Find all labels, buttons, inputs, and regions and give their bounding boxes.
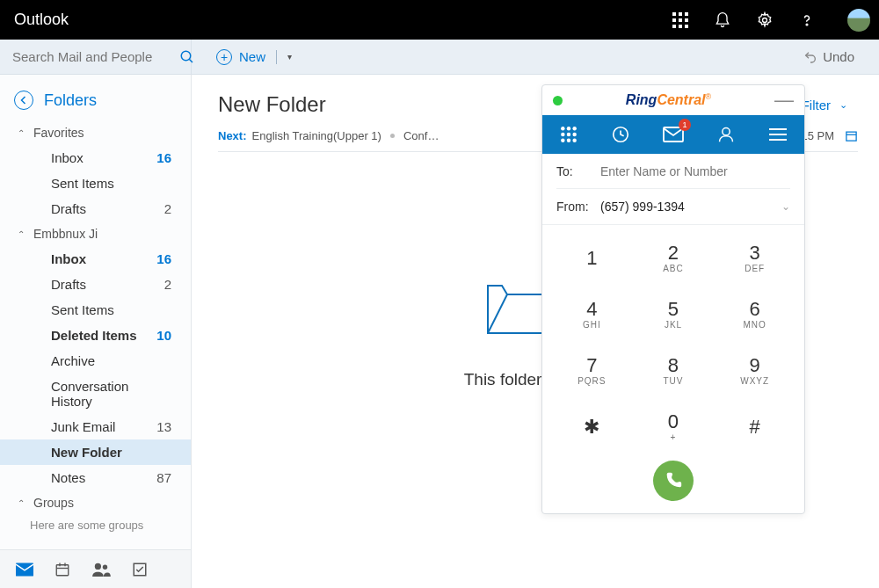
svg-rect-0 xyxy=(672,12,676,16)
next-event: English Training(Upper 1) xyxy=(252,129,381,142)
folder-item[interactable]: Drafts2 xyxy=(0,196,191,221)
key-letters: DEF xyxy=(745,264,765,273)
folder-item[interactable]: Notes87 xyxy=(0,465,191,490)
contacts-tab-icon[interactable] xyxy=(708,117,744,152)
svg-rect-6 xyxy=(672,25,676,28)
messages-tab-icon[interactable]: 1 xyxy=(656,117,691,152)
dialpad-key[interactable]: 5JKL xyxy=(633,290,715,338)
folder-item[interactable]: Deleted Items10 xyxy=(0,323,191,348)
rc-from-row[interactable]: From: (657) 999-1394 ⌄ xyxy=(556,189,790,224)
settings-icon[interactable] xyxy=(754,10,775,31)
tasks-icon[interactable] xyxy=(132,562,148,577)
svg-rect-1 xyxy=(679,12,682,16)
minimize-icon[interactable]: — xyxy=(774,96,794,105)
folder-item[interactable]: Drafts2 xyxy=(0,272,191,297)
dialpad-key[interactable]: 7PQRS xyxy=(551,346,633,394)
chevron-down-icon[interactable]: ▾ xyxy=(287,52,292,62)
history-tab-icon[interactable] xyxy=(603,117,638,152)
chevron-down-icon[interactable]: ⌄ xyxy=(781,200,790,213)
dialpad-key[interactable]: 2ABC xyxy=(633,234,715,281)
mailbox-label: Embbnux Ji xyxy=(33,227,98,241)
notifications-icon[interactable] xyxy=(712,10,733,31)
folder-count: 16 xyxy=(156,251,171,266)
folder-item[interactable]: Sent Items xyxy=(0,171,191,196)
caret-icon: ⌃ xyxy=(18,498,26,508)
app-launcher-icon[interactable] xyxy=(670,10,691,31)
folders-header[interactable]: Folders xyxy=(0,87,191,120)
folder-label: Inbox xyxy=(51,251,86,266)
folder-count: 87 xyxy=(156,470,171,485)
svg-point-31 xyxy=(572,138,576,142)
groups-section[interactable]: ⌃ Groups xyxy=(0,490,191,515)
svg-point-25 xyxy=(572,127,576,130)
key-letters: JKL xyxy=(665,320,682,330)
dialpad-tab-icon[interactable] xyxy=(551,117,586,152)
people-icon[interactable] xyxy=(91,562,111,577)
dialpad-key[interactable]: 3DEF xyxy=(714,234,795,281)
chevron-down-icon: ⌄ xyxy=(839,99,847,111)
mail-icon[interactable] xyxy=(16,563,33,577)
filter-button[interactable]: Filter ⌄ xyxy=(802,98,847,113)
svg-point-11 xyxy=(181,51,191,61)
dialpad-key[interactable]: # xyxy=(714,403,795,450)
svg-rect-3 xyxy=(672,18,676,22)
dialpad-key[interactable]: 9WXYZ xyxy=(714,346,795,394)
dialpad-key[interactable]: 8TUV xyxy=(633,346,715,394)
back-icon[interactable] xyxy=(14,91,33,110)
calendar-small-icon[interactable] xyxy=(845,129,858,142)
key-letters: GHI xyxy=(583,320,601,330)
folder-label: New Folder xyxy=(51,445,122,460)
command-bar: + New ▾ Undo xyxy=(0,40,879,75)
groups-note: Here are some groups xyxy=(0,515,191,535)
rc-to-row[interactable]: To: xyxy=(556,154,790,189)
folder-label: Archive xyxy=(51,353,95,368)
dialpad-key[interactable]: 0+ xyxy=(633,403,715,450)
folder-item[interactable]: New Folder xyxy=(0,439,191,465)
key-digit: 0 xyxy=(668,410,679,433)
new-label: New xyxy=(239,49,265,64)
key-letters: + xyxy=(671,432,677,442)
folder-count: 10 xyxy=(156,328,171,343)
favorites-section[interactable]: ⌃ Favorites xyxy=(0,120,191,145)
ringcentral-widget[interactable]: RingCentral® — 1 To: From: (657) 999-139… xyxy=(541,84,805,514)
messages-badge: 1 xyxy=(679,119,691,131)
key-digit: 6 xyxy=(750,298,760,321)
key-digit: 7 xyxy=(586,354,597,377)
calendar-icon[interactable] xyxy=(54,562,70,577)
dialpad-key[interactable]: ✱ xyxy=(551,403,633,450)
dialpad-key[interactable]: 1 xyxy=(551,234,633,281)
undo-button[interactable]: Undo xyxy=(803,49,854,64)
svg-rect-8 xyxy=(685,25,688,28)
folder-item[interactable]: Sent Items xyxy=(0,297,191,323)
svg-point-28 xyxy=(572,133,576,136)
folder-item[interactable]: Junk Email13 xyxy=(0,414,191,439)
call-button[interactable] xyxy=(653,461,694,501)
next-location: Conf… xyxy=(403,129,439,142)
to-input[interactable] xyxy=(600,164,790,178)
dot-separator xyxy=(390,134,395,138)
folder-item[interactable]: Conversation History xyxy=(0,374,191,414)
new-button[interactable]: + New ▾ xyxy=(216,49,292,65)
svg-point-27 xyxy=(567,133,570,136)
undo-label: Undo xyxy=(823,49,854,64)
svg-point-23 xyxy=(561,127,564,130)
key-digit: 3 xyxy=(750,242,760,265)
menu-icon[interactable] xyxy=(760,117,795,152)
favorites-label: Favorites xyxy=(33,126,84,140)
search-box[interactable] xyxy=(0,40,192,75)
user-avatar[interactable] xyxy=(847,9,870,32)
dialpad: 12ABC3DEF4GHI5JKL6MNO7PQRS8TUV9WXYZ✱0+# xyxy=(542,225,804,454)
dialpad-key[interactable]: 6MNO xyxy=(714,290,795,338)
folder-item[interactable]: Archive xyxy=(0,348,191,374)
folder-label: Notes xyxy=(51,470,85,485)
search-icon[interactable] xyxy=(179,49,195,65)
search-input[interactable] xyxy=(12,49,179,64)
dialpad-key[interactable]: 4GHI xyxy=(551,290,633,338)
folder-item[interactable]: Inbox16 xyxy=(0,246,191,272)
to-label: To: xyxy=(556,164,600,178)
folder-item[interactable]: Inbox16 xyxy=(0,145,191,171)
presence-indicator xyxy=(553,96,563,105)
key-letters: MNO xyxy=(743,320,766,330)
mailbox-section[interactable]: ⌃ Embbnux Ji xyxy=(0,221,191,246)
help-icon[interactable] xyxy=(796,10,817,31)
